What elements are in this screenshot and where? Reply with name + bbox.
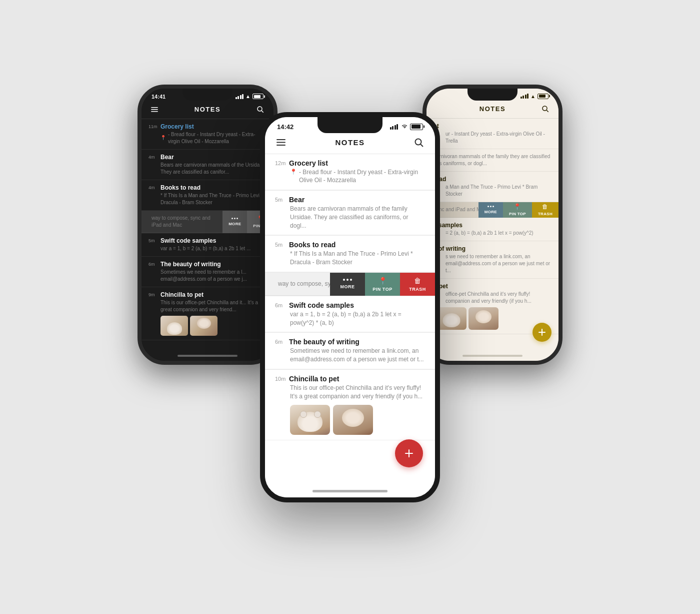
note-item-left-0[interactable]: 11m Grocery list 📍 - Bread flour - Insta… (142, 119, 274, 150)
more-action-right[interactable]: MORE (478, 202, 503, 218)
more-dots-right (488, 206, 494, 207)
note-header-center-2: 5m Books to read (275, 241, 425, 249)
battery-fill-center (412, 125, 421, 129)
note-time-left-4: 5m (148, 238, 158, 243)
note-item-right-2[interactable]: read a Man and The Truce - Primo Levi * … (426, 172, 558, 202)
note-time-center-2: 5m (275, 242, 286, 248)
trash-label-right: TRASH (538, 212, 552, 216)
note-header-right-4: e samples (434, 222, 552, 229)
fab-center[interactable] (395, 439, 423, 467)
menu-icon-center[interactable] (275, 137, 287, 149)
note-header-right-0: st (434, 123, 552, 130)
note-header-left-6: 9m Chincilla to pet (148, 291, 266, 298)
svg-rect-0 (151, 107, 158, 108)
svg-rect-1 (151, 109, 158, 110)
note-title-left-6: Chincilla to pet (160, 291, 204, 298)
note-item-left-1[interactable]: 4m Bear Bears are carnivoran mammals of … (142, 150, 274, 180)
note-item-center-5[interactable]: 6m The beauty of writing Sometimes we ne… (265, 333, 435, 369)
signal-right (520, 94, 529, 99)
note-preview-center-0: - Bread flour - Instant Dry yeast - Extr… (299, 168, 425, 185)
more-label-left: MORE (228, 222, 241, 226)
svg-rect-2 (151, 111, 158, 112)
note-time-left-5: 6m (148, 262, 158, 267)
note-preview-right-0: ur - Instant Dry yeast - Extra-virgin Ol… (446, 131, 552, 145)
svg-line-4 (262, 111, 264, 113)
note-time-center-0: 12m (275, 160, 286, 166)
note-header-center-4: 6m Swift code samples (275, 301, 425, 309)
battery-left (252, 94, 264, 99)
notes-list-right: st ur - Instant Dry yeast - Extra-virgin… (426, 119, 558, 334)
search-icon-center[interactable] (413, 137, 425, 149)
pin-top-btn-center[interactable]: 📍 PIN TOP (365, 273, 400, 296)
note-item-right-5[interactable]: y of writing s we need to remember a lin… (426, 241, 558, 279)
note-header-right-2: read (434, 176, 552, 183)
pin-top-label-center: PIN TOP (372, 287, 392, 292)
note-header-left-0: 11m Grocery list (148, 123, 266, 130)
note-item-left-swipe[interactable]: way to compose, sync and iPad and Mac (142, 211, 224, 233)
phone-left: 14:41 ▲ (138, 85, 278, 365)
pin-action-right[interactable]: 📍 PIN TOP (503, 202, 532, 218)
chinchilla-img-left-1 (160, 316, 188, 336)
note-title-center-2: Books to read (289, 241, 336, 249)
note-item-left-2[interactable]: 4m Books to read * If This Is a Man and … (142, 180, 274, 211)
search-icon-left[interactable] (256, 105, 266, 115)
note-header-left-5: 6m The beauty of writing (148, 261, 266, 268)
note-item-left-6[interactable]: 9m Chincilla to pet This is our office-p… (142, 287, 274, 340)
note-time-left-6: 9m (148, 292, 158, 297)
trash-label-center: TRASH (409, 287, 426, 292)
note-item-center-0[interactable]: 12m Grocery list 📍 - Bread flour - Insta… (265, 154, 435, 191)
notch-left (182, 89, 232, 101)
note-item-center-4[interactable]: 6m Swift code samples var a = 1, b = 2 (… (265, 296, 435, 333)
note-item-right-1[interactable]: arnivoran mammals of the family they are… (426, 149, 558, 172)
signal-bar-c3 (394, 125, 396, 130)
fab-right[interactable] (532, 323, 552, 342)
notch-center (318, 117, 382, 133)
note-item-center-2[interactable]: 5m Books to read * If This Is a Man and … (265, 236, 435, 272)
title-left: NOTES (194, 106, 220, 113)
note-header-left-4: 5m Swift code samples (148, 237, 266, 244)
chinchilla-img-right-2 (468, 307, 498, 330)
header-left: NOTES (142, 102, 274, 119)
signal-bar-r3 (525, 95, 526, 99)
more-btn-center[interactable]: MORE (330, 273, 365, 296)
time-left: 14:41 (152, 94, 166, 100)
signal-bar-r4 (527, 94, 528, 99)
svg-rect-15 (538, 332, 546, 333)
phones-container: 14:41 ▲ (125, 45, 575, 570)
more-dots-left (232, 218, 238, 219)
wifi-icon-left: ▲ (246, 94, 250, 99)
note-item-center-1[interactable]: 5m Bear Bears are carnivoran mammals of … (265, 191, 435, 235)
note-title-left-4: Swift code samples (160, 237, 216, 244)
svg-rect-11 (405, 453, 413, 454)
note-title-left-2: Books to read (160, 184, 200, 191)
svg-rect-6 (276, 142, 286, 143)
note-images-left-6 (160, 316, 266, 336)
wifi-icon-center (401, 124, 408, 130)
signal-bar-r1 (520, 97, 522, 99)
home-indicator-center (312, 490, 388, 492)
note-item-left-5[interactable]: 6m The beauty of writing Sometimes we ne… (142, 257, 274, 287)
chinchilla-img-center-2 (333, 405, 373, 435)
search-icon-right[interactable] (540, 104, 550, 114)
note-item-right-0[interactable]: st ur - Instant Dry yeast - Extra-virgin… (426, 119, 558, 149)
note-item-left-4[interactable]: 5m Swift code samples var a = 1, b = 2 (… (142, 233, 274, 257)
note-images-center-6 (290, 405, 425, 435)
note-title-center-5: The beauty of writing (289, 338, 360, 346)
note-preview-center-6: This is our office-pet Chinchilla and it… (290, 384, 425, 401)
note-title-left-5: The beauty of writing (160, 261, 221, 268)
menu-icon-left[interactable] (150, 105, 160, 115)
trash-action-right[interactable]: 🗑 TRASH (532, 202, 558, 218)
more-action-left[interactable]: MORE (222, 211, 247, 233)
svg-line-9 (420, 144, 423, 147)
note-title-left-1: Bear (160, 154, 174, 161)
note-time-center-6: 10m (275, 376, 286, 382)
note-item-center-6[interactable]: 10m Chincilla to pet This is our office-… (265, 370, 435, 440)
note-time-left-0: 11m (148, 124, 158, 129)
svg-point-3 (258, 107, 262, 111)
note-header-center-1: 5m Bear (275, 196, 425, 204)
trash-btn-center[interactable]: 🗑 TRASH (400, 273, 435, 296)
note-item-right-4[interactable]: e samples = 2 (a, b) = (b,a) a 2b 1 let … (426, 218, 558, 241)
note-title-left-0: Grocery list (160, 123, 194, 130)
battery-center (410, 124, 423, 130)
pin-label-right: PIN TOP (509, 212, 526, 216)
